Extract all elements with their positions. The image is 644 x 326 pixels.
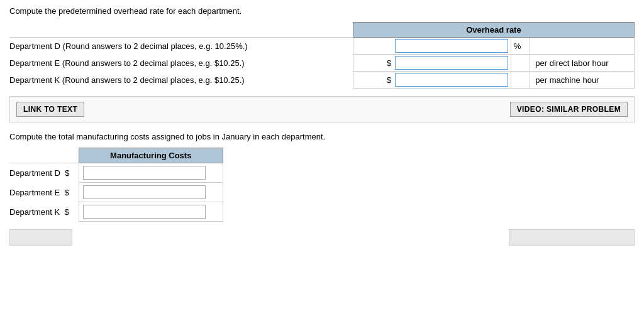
dept-d-unit [530,38,635,55]
dept-k-unit: per machine hour [530,72,635,89]
mfg-dept-d-label: Department D $ [9,163,79,183]
dept-e-suffix [511,55,530,72]
table-row: Department D (Round answers to 2 decimal… [9,38,635,55]
mfg-dept-d-dollar: $ [65,168,69,178]
bottom-right-button[interactable] [509,229,635,246]
table-row: Department D $ [9,163,223,183]
dept-d-round-note: (Round answers to 2 decimal places, e.g.… [63,41,248,51]
table-row: Department E (Round answers to 2 decimal… [9,55,635,72]
mfg-dept-k-dollar: $ [64,207,69,217]
table-row: Department K (Round answers to 2 decimal… [9,72,635,89]
dept-k-dollar-cell: $ [353,72,511,89]
video-similar-problem-button[interactable]: VIDEO: SIMILAR PROBLEM [510,102,628,117]
dept-e-unit: per direct labor hour [530,55,635,72]
mfg-costs-header: Manufacturing Costs [79,148,223,163]
dept-k-suffix [511,72,530,89]
dept-e-round-note: (Round answers to 2 decimal places, e.g.… [62,58,245,68]
overhead-rate-header: Overhead rate [353,23,634,38]
dept-e-dollar-cell: $ [353,55,511,72]
manufacturing-costs-table: Manufacturing Costs Department D $ Depar… [9,148,223,222]
dept-d-input[interactable] [395,39,508,53]
dept-e-label: Department E (Round answers to 2 decimal… [9,55,353,72]
dept-e-name: Department E [9,58,62,68]
mfg-dept-d-input[interactable] [83,166,206,180]
table-row: Department K $ [9,202,223,222]
section2-instruction: Compute the total manufacturing costs as… [9,132,635,141]
dept-d-suffix: % [511,38,530,55]
dept-k-name: Department K [9,75,62,85]
mfg-dept-k-label: Department K $ [9,202,79,222]
dept-k-label: Department K (Round answers to 2 decimal… [9,72,353,89]
mfg-dept-e-input[interactable] [83,185,206,199]
table-row: Department E $ [9,183,223,202]
overhead-rate-table: Overhead rate Department D (Round answer… [9,22,635,89]
dept-k-dollar-sign: $ [387,75,392,85]
dept-d-name: Department D [9,41,63,51]
mfg-dept-d-input-cell [79,163,223,183]
mfg-dept-e-label: Department E $ [9,183,79,202]
bottom-bar [9,229,635,246]
dept-e-input[interactable] [395,56,508,70]
mfg-dept-k-input[interactable] [83,205,206,219]
dept-k-input[interactable] [395,73,508,87]
dept-d-input-cell [353,38,511,55]
dept-e-dollar-sign: $ [387,58,392,68]
bottom-left-button[interactable] [9,229,72,246]
section1-instruction: Compute the predetermined overhead rate … [9,6,635,16]
dept-k-round-note: (Round answers to 2 decimal places, e.g.… [62,75,245,85]
link-video-row: LINK TO TEXT VIDEO: SIMILAR PROBLEM [9,96,635,122]
link-to-text-button[interactable]: LINK TO TEXT [16,102,84,117]
mfg-dept-e-input-cell [79,183,223,202]
mfg-dept-e-dollar: $ [64,188,69,197]
bottom-spacer [85,229,496,246]
dept-d-label: Department D (Round answers to 2 decimal… [9,38,353,55]
mfg-dept-k-input-cell [79,202,223,222]
